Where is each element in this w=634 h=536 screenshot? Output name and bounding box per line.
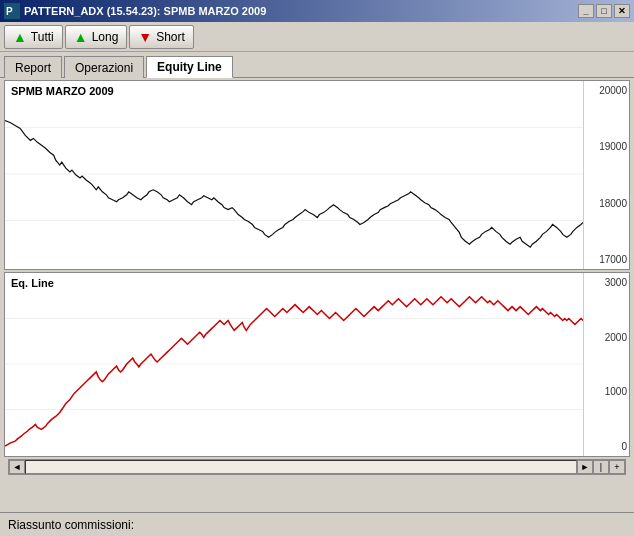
- equity-y-label-2: 2000: [586, 332, 627, 343]
- tutti-label: Tutti: [31, 30, 54, 44]
- tab-equity-line[interactable]: Equity Line: [146, 56, 233, 78]
- long-arrow-icon: ▲: [74, 29, 88, 45]
- scroll-end-button[interactable]: |: [593, 460, 609, 474]
- tab-equity-line-label: Equity Line: [157, 60, 222, 74]
- status-bar: Riassunto commissioni:: [0, 512, 634, 536]
- status-text: Riassunto commissioni:: [8, 518, 134, 532]
- tab-operazioni-label: Operazioni: [75, 61, 133, 75]
- short-button[interactable]: ▼ Short: [129, 25, 194, 49]
- maximize-button[interactable]: □: [596, 4, 612, 18]
- minimize-button[interactable]: _: [578, 4, 594, 18]
- scroll-expand-button[interactable]: +: [609, 460, 625, 474]
- long-button[interactable]: ▲ Long: [65, 25, 128, 49]
- equity-y-label-3: 1000: [586, 386, 627, 397]
- scroll-track[interactable]: [25, 460, 577, 474]
- up-arrow-icon: ▲: [13, 29, 27, 45]
- price-chart: SPMB MARZO 2009 20000 19000 18000 17000: [4, 80, 630, 270]
- price-y-axis: 20000 19000 18000 17000: [583, 81, 629, 269]
- tab-operazioni[interactable]: Operazioni: [64, 56, 144, 78]
- title-bar-left: P PATTERN_ADX (15.54.23): SPMB MARZO 200…: [4, 3, 266, 19]
- tab-report[interactable]: Report: [4, 56, 62, 78]
- equity-chart-svg: [5, 273, 583, 456]
- tab-bar: Report Operazioni Equity Line: [0, 52, 634, 78]
- price-chart-title: SPMB MARZO 2009: [11, 85, 114, 97]
- title-bar: P PATTERN_ADX (15.54.23): SPMB MARZO 200…: [0, 0, 634, 22]
- title-bar-controls: _ □ ✕: [578, 4, 630, 18]
- svg-text:P: P: [6, 6, 13, 17]
- app-icon: P: [4, 3, 20, 19]
- scroll-right-button[interactable]: ►: [577, 460, 593, 474]
- toolbar: ▲ Tutti ▲ Long ▼ Short: [0, 22, 634, 52]
- tab-report-label: Report: [15, 61, 51, 75]
- equity-chart: Eq. Line 3000 2000 1000 0: [4, 272, 630, 457]
- scroll-left-button[interactable]: ◄: [9, 460, 25, 474]
- tutti-button[interactable]: ▲ Tutti: [4, 25, 63, 49]
- charts-area: SPMB MARZO 2009 20000 19000 18000 17000 …: [0, 78, 634, 477]
- equity-y-axis: 3000 2000 1000 0: [583, 273, 629, 456]
- long-label: Long: [92, 30, 119, 44]
- short-arrow-icon: ▼: [138, 29, 152, 45]
- equity-y-label-1: 3000: [586, 277, 627, 288]
- equity-chart-title: Eq. Line: [11, 277, 54, 289]
- price-y-label-3: 18000: [586, 198, 627, 209]
- window-title: PATTERN_ADX (15.54.23): SPMB MARZO 2009: [24, 5, 266, 17]
- short-label: Short: [156, 30, 185, 44]
- scroll-right-buttons: ► | +: [577, 460, 625, 474]
- price-y-label-4: 17000: [586, 254, 627, 265]
- horizontal-scrollbar[interactable]: ◄ ► | +: [8, 459, 626, 475]
- price-y-label-2: 19000: [586, 141, 627, 152]
- close-button[interactable]: ✕: [614, 4, 630, 18]
- equity-y-label-4: 0: [586, 441, 627, 452]
- price-y-label-1: 20000: [586, 85, 627, 96]
- price-chart-svg: [5, 81, 583, 269]
